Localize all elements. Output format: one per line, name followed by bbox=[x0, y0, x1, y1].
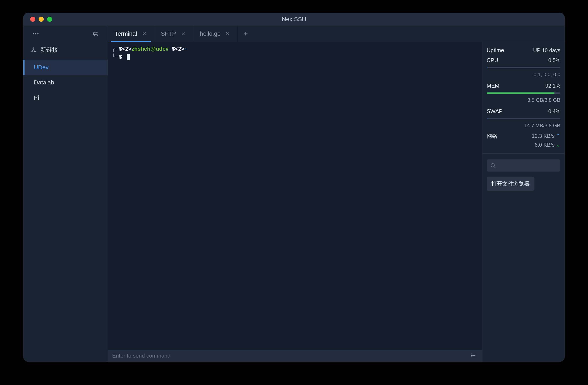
network-up-row: 网络 12.3 KB/s ⌃ bbox=[487, 132, 560, 140]
swap-detail: 14.7 MB/3.8 GB bbox=[487, 123, 560, 129]
terminal-output[interactable]: ╭─$<2>zhshch@udev $<2>~ ╰─$ bbox=[108, 42, 482, 350]
minimize-window-button[interactable] bbox=[39, 17, 44, 22]
maximize-window-button[interactable] bbox=[47, 17, 52, 22]
mem-percent: 92.1% bbox=[545, 83, 560, 89]
close-tab-icon[interactable]: ✕ bbox=[225, 30, 231, 38]
uptime-value: UP 10 days bbox=[533, 47, 560, 53]
network-up-value: 12.3 KB/s bbox=[532, 133, 555, 139]
command-history-icon[interactable] bbox=[469, 351, 478, 361]
close-tab-icon[interactable]: ✕ bbox=[141, 30, 147, 38]
terminal-cursor bbox=[127, 54, 130, 60]
svg-line-15 bbox=[494, 166, 495, 168]
prompt-suffix: $<2> bbox=[172, 46, 184, 52]
transfer-icon[interactable] bbox=[92, 30, 99, 38]
network-icon bbox=[30, 47, 37, 53]
svg-point-3 bbox=[93, 32, 94, 34]
close-tab-icon[interactable]: ✕ bbox=[180, 30, 186, 38]
app-window: NextSSH 新链接 UDev Datalab Pi bbox=[23, 13, 565, 362]
prompt-prefix: $<2> bbox=[119, 46, 131, 52]
mem-detail: 3.5 GB/3.8 GB bbox=[487, 97, 560, 103]
swap-bar bbox=[487, 118, 560, 119]
open-file-browser-button[interactable]: 打开文件浏览器 bbox=[487, 177, 534, 191]
command-input[interactable] bbox=[112, 352, 469, 359]
more-icon[interactable] bbox=[32, 30, 40, 38]
title-bar: NextSSH bbox=[23, 13, 565, 25]
new-connection-label: 新链接 bbox=[40, 46, 58, 54]
tab-label: Terminal bbox=[115, 30, 137, 37]
new-tab-button[interactable]: + bbox=[238, 25, 254, 42]
svg-point-5 bbox=[33, 48, 34, 49]
connection-item-datalab[interactable]: Datalab bbox=[23, 75, 108, 90]
svg-point-4 bbox=[97, 34, 98, 36]
prompt-dollar: $ bbox=[119, 54, 122, 60]
tab-sftp[interactable]: SFTP ✕ bbox=[154, 25, 193, 42]
svg-point-12 bbox=[471, 355, 472, 355]
upload-icon: ⌃ bbox=[556, 133, 560, 139]
window-title: NextSSH bbox=[282, 16, 306, 22]
panel-divider bbox=[483, 153, 565, 154]
tabs-row: Terminal ✕ SFTP ✕ hello.go ✕ + bbox=[108, 25, 565, 42]
swap-percent: 0.4% bbox=[548, 108, 560, 114]
svg-point-11 bbox=[471, 354, 472, 354]
mem-label: MEM bbox=[487, 82, 500, 89]
svg-point-1 bbox=[35, 33, 36, 34]
mem-bar bbox=[487, 92, 560, 94]
download-icon: ⌄ bbox=[556, 142, 560, 148]
cpu-label: CPU bbox=[487, 57, 498, 63]
swap-row: SWAP 0.4% bbox=[487, 108, 560, 115]
prompt-user-host: zhshch@udev bbox=[132, 46, 169, 52]
traffic-lights bbox=[23, 17, 52, 22]
connection-item-pi[interactable]: Pi bbox=[23, 90, 108, 105]
uptime-row: Uptime UP 10 days bbox=[487, 47, 560, 54]
tab-hello-go[interactable]: hello.go ✕ bbox=[193, 25, 238, 42]
cpu-percent: 0.5% bbox=[548, 57, 560, 63]
cpu-load: 0.1, 0.0, 0.0 bbox=[487, 72, 560, 78]
command-bar bbox=[108, 350, 482, 362]
network-down-value: 6.0 KB/s bbox=[535, 142, 555, 148]
new-connection-button[interactable]: 新链接 bbox=[23, 42, 108, 58]
tab-label: hello.go bbox=[200, 30, 220, 37]
mem-row: MEM 92.1% bbox=[487, 82, 560, 89]
svg-point-14 bbox=[491, 163, 494, 167]
svg-point-2 bbox=[37, 33, 39, 34]
cpu-row: CPU 0.5% bbox=[487, 57, 560, 63]
connection-list: UDev Datalab Pi bbox=[23, 60, 108, 105]
svg-point-0 bbox=[33, 33, 34, 34]
uptime-label: Uptime bbox=[487, 47, 504, 54]
connection-item-udev[interactable]: UDev bbox=[23, 60, 108, 75]
search-icon bbox=[490, 162, 496, 168]
close-window-button[interactable] bbox=[30, 17, 35, 22]
svg-point-13 bbox=[471, 357, 472, 357]
sidebar: 新链接 UDev Datalab Pi bbox=[23, 25, 108, 362]
network-label: 网络 bbox=[487, 132, 498, 140]
search-input[interactable] bbox=[487, 159, 560, 172]
cpu-bar bbox=[487, 67, 560, 68]
prompt-path: ~ bbox=[184, 46, 188, 52]
swap-label: SWAP bbox=[487, 108, 503, 115]
stats-panel: Uptime UP 10 days CPU 0.5% 0.1, 0.0, 0.0… bbox=[482, 42, 565, 362]
tab-terminal[interactable]: Terminal ✕ bbox=[108, 25, 154, 42]
tab-label: SFTP bbox=[161, 30, 176, 37]
network-down-row: 6.0 KB/s ⌄ bbox=[487, 142, 560, 148]
